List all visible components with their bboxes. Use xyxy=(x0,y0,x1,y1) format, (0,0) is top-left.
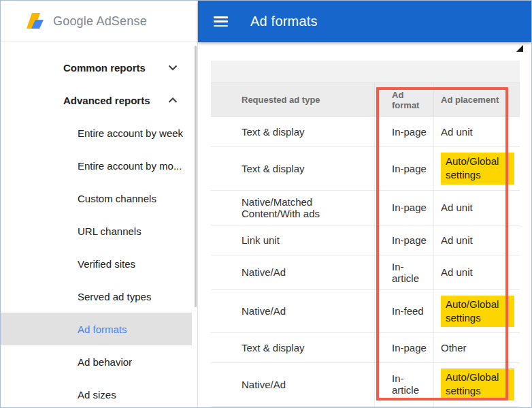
report-table-card: Requested ad type Ad format Ad placement… xyxy=(211,61,520,408)
sidebar-item-ad-sizes[interactable]: Ad sizes xyxy=(1,378,197,408)
sidebar: Google AdSense Common reports Advanced r… xyxy=(1,1,198,407)
sidebar-item-label: URL channels xyxy=(78,225,142,237)
ad-format-value: In-page xyxy=(392,163,427,174)
adsense-window: Google AdSense Common reports Advanced r… xyxy=(0,0,532,408)
page-title: Ad formats xyxy=(250,14,318,29)
ad-placement-value: Ad unit xyxy=(441,266,473,278)
ad-placement-value: Other xyxy=(441,342,467,354)
requested-ad-type-value: Text & display xyxy=(242,126,305,138)
ad-placement-value: Ad unit xyxy=(441,234,473,246)
column-header-requested-ad-type: Requested ad type xyxy=(211,89,374,110)
sidebar-item-entire-account-by-mo[interactable]: Entire account by mo... xyxy=(1,149,197,182)
requested-ad-type-value: Text & display xyxy=(242,342,305,354)
sidebar-item-url-channels[interactable]: URL channels xyxy=(1,215,197,247)
sidebar-nav: Common reports Advanced reports Entire a… xyxy=(1,51,197,408)
ad-format-value: In-page xyxy=(392,126,427,138)
requested-ad-type-value: Native/Matched Content/With ads xyxy=(242,196,320,219)
ad-format-value: In-article xyxy=(392,261,427,284)
resize-grip-icon[interactable] xyxy=(516,45,523,52)
sidebar-item-label: Ad behavior xyxy=(78,356,132,368)
section-label: Common reports xyxy=(63,62,168,74)
sidebar-item-ad-formats[interactable]: Ad formats xyxy=(1,313,192,345)
ad-placement-value: Auto/Global settings xyxy=(441,153,514,185)
sidebar-item-label: Ad sizes xyxy=(78,389,116,401)
table-row: Text & display In-page Ad unit xyxy=(211,116,520,146)
logo-bar: Google AdSense xyxy=(1,1,197,42)
sidebar-item-custom-channels[interactable]: Custom channels xyxy=(1,182,197,215)
requested-ad-type-value: Native/Ad xyxy=(242,305,286,317)
table-row: Link unit In-page Ad unit xyxy=(211,225,520,255)
table-row: Native/Ad In-feed Auto/Global settings xyxy=(211,289,520,333)
ad-placement-value: Auto/Global settings xyxy=(441,368,514,401)
requested-ad-type-value: Link unit xyxy=(242,234,280,246)
sidebar-item-label: Served ad types xyxy=(78,291,151,302)
requested-ad-type-value: Native/Ad xyxy=(242,379,286,390)
table-row: Text & display In-page Auto/Global setti… xyxy=(211,146,520,190)
chevron-up-icon xyxy=(168,97,178,104)
ad-format-value: In-article xyxy=(392,373,427,396)
table-row: Native/Matched Content/With ads In-page … xyxy=(211,190,520,225)
sidebar-item-ad-behavior[interactable]: Ad behavior xyxy=(1,345,197,378)
logo-text: Google AdSense xyxy=(53,14,147,29)
table-header-row: Requested ad type Ad format Ad placement xyxy=(211,82,520,116)
ad-format-value: In-feed xyxy=(392,305,424,317)
adsense-logo-icon xyxy=(27,13,45,30)
ad-placement-value: Ad unit xyxy=(441,202,473,213)
sidebar-item-label: Entire account by week xyxy=(78,127,183,139)
section-label: Advanced reports xyxy=(63,95,168,106)
sidebar-item-served-ad-types[interactable]: Served ad types xyxy=(1,280,197,313)
sidebar-item-verified-sites[interactable]: Verified sites xyxy=(1,247,197,280)
sidebar-subitems: Entire account by week Entire account by… xyxy=(1,116,197,408)
requested-ad-type-value: Text & display xyxy=(242,163,305,174)
sidebar-item-entire-account-by-week[interactable]: Entire account by week xyxy=(1,116,197,149)
sidebar-item-label: Entire account by mo... xyxy=(78,160,182,172)
ad-format-value: In-page xyxy=(392,342,427,354)
sidebar-section-common-reports[interactable]: Common reports xyxy=(1,51,197,84)
ad-placement-value: Auto/Global settings xyxy=(441,296,514,328)
sidebar-item-label: Ad formats xyxy=(78,324,127,335)
requested-ad-type-value: Native/Ad xyxy=(242,266,286,278)
appbar: Ad formats xyxy=(198,1,531,42)
chevron-down-icon xyxy=(168,65,178,71)
column-header-ad-format: Ad format xyxy=(374,83,433,116)
table-row: Text & display In-page Other xyxy=(211,332,520,362)
table-row: Native/Ad In-article Ad unit xyxy=(211,255,520,289)
menu-icon[interactable] xyxy=(214,16,228,27)
sidebar-scrollbar-thumb[interactable] xyxy=(195,46,197,307)
ad-placement-value: Ad unit xyxy=(441,126,473,138)
sidebar-item-label: Verified sites xyxy=(78,258,135,270)
main-content: Requested ad type Ad format Ad placement… xyxy=(198,42,531,407)
table-body: Text & display In-page Ad unit Text & di… xyxy=(211,116,520,408)
column-header-ad-placement: Ad placement xyxy=(433,83,520,116)
ad-format-value: In-page xyxy=(392,234,427,246)
table-toolbar xyxy=(211,61,520,82)
table-row: Native/Ad In-article Auto/Global setting… xyxy=(211,362,520,406)
table-row: Native/Matched Content/With ads Other Ot… xyxy=(211,406,520,408)
sidebar-section-advanced-reports[interactable]: Advanced reports xyxy=(1,84,197,116)
sidebar-item-label: Custom channels xyxy=(78,193,156,204)
ad-format-value: In-page xyxy=(392,202,427,213)
